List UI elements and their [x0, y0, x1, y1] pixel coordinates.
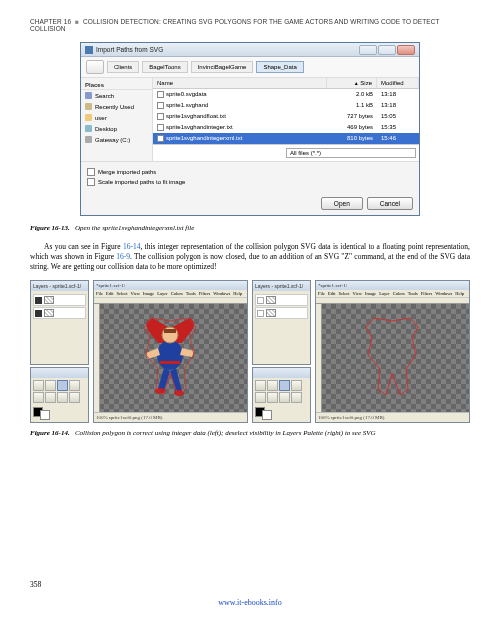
layer-thumb — [266, 309, 276, 317]
visibility-icon[interactable] — [35, 297, 42, 304]
status-bar: 100% sprite1xcf0.png (17.0 MB) — [94, 412, 247, 422]
layer-thumb — [44, 296, 54, 304]
file-row[interactable]: sprite1.svghand 1.1 kB 13:18 — [153, 100, 419, 111]
sprite-character — [140, 313, 200, 403]
chapter-sep: ■ — [75, 18, 79, 25]
gimp-layers-panel: Layers - sprite1.xcf-1/ — [30, 280, 89, 365]
file-row-selected[interactable]: sprite1svghandintegerxml.txt 810 bytes 1… — [153, 133, 419, 144]
tool-button[interactable] — [291, 380, 302, 391]
canvas-titlebar[interactable]: *sprite1.xcf-1/ — [94, 281, 247, 290]
tool-button[interactable] — [45, 392, 56, 403]
toolbox-titlebar[interactable] — [31, 368, 88, 378]
figure-text: Collision polygon is correct using integ… — [75, 429, 376, 437]
breadcrumb-shapedata[interactable]: Shape_Data — [256, 61, 303, 73]
canvas-titlebar[interactable]: *sprite1.xcf-1/ — [316, 281, 469, 290]
place-drive[interactable]: Gateway (C:) — [81, 134, 152, 145]
tool-button[interactable] — [267, 380, 278, 391]
file-icon — [157, 91, 164, 98]
file-icon — [157, 113, 164, 120]
color-swatch[interactable] — [253, 405, 310, 422]
file-filter-select[interactable]: All files (*.*) — [286, 148, 416, 158]
dialog-toolbar: Clients BagelToons InvinciBagelGame Shap… — [81, 57, 419, 78]
minimize-button[interactable] — [359, 45, 377, 55]
footer-link[interactable]: www.it-ebooks.info — [0, 598, 500, 607]
file-row[interactable]: sprite0.svgdata 2.0 kB 13:18 — [153, 89, 419, 100]
layer-row[interactable] — [33, 294, 86, 306]
gimp-toolbox-panel — [252, 367, 311, 423]
ruler-vertical — [94, 304, 100, 412]
tool-button[interactable] — [45, 380, 56, 391]
breadcrumb-invincibagelgame[interactable]: InvinciBagelGame — [191, 61, 254, 73]
tool-button[interactable] — [279, 380, 290, 391]
tool-button[interactable] — [57, 380, 68, 391]
tool-button[interactable] — [69, 392, 80, 403]
maximize-button[interactable] — [378, 45, 396, 55]
checkbox-icon[interactable] — [87, 178, 95, 186]
tool-button[interactable] — [33, 380, 44, 391]
close-button[interactable] — [397, 45, 415, 55]
recent-icon — [85, 103, 92, 110]
place-search[interactable]: Search — [81, 90, 152, 101]
layer-row[interactable] — [255, 307, 308, 319]
visibility-icon-off[interactable] — [257, 310, 264, 317]
place-recent[interactable]: Recently Used — [81, 101, 152, 112]
tool-button[interactable] — [255, 380, 266, 391]
toolbox-titlebar[interactable] — [253, 368, 310, 378]
edit-path-button[interactable] — [86, 60, 104, 74]
gimp-menubar[interactable]: FileEditSelectViewImageLayerColorsToolsF… — [94, 290, 247, 298]
gimp-layers-panel-right: Layers - sprite1.xcf-1/ — [252, 280, 311, 365]
gimp-screenshots: Layers - sprite1.xcf-1/ — [30, 280, 470, 423]
bg-color[interactable] — [262, 410, 272, 420]
color-swatch[interactable] — [31, 405, 88, 422]
chapter-title: COLLISION DETECTION: CREATING SVG POLYGO… — [30, 18, 440, 32]
tool-button[interactable] — [291, 392, 302, 403]
layers-titlebar[interactable]: Layers - sprite1.xcf-1/ — [31, 281, 88, 291]
tool-button[interactable] — [267, 392, 278, 403]
ruler-vertical — [316, 304, 322, 412]
layer-row[interactable] — [255, 294, 308, 306]
place-user[interactable]: user — [81, 112, 152, 123]
gimp-canvas-left: *sprite1.xcf-1/ FileEditSelectViewImageL… — [93, 280, 248, 423]
visibility-icon-off[interactable] — [257, 297, 264, 304]
checkbox-icon[interactable] — [87, 168, 95, 176]
scale-label: Scale imported paths to fit image — [98, 179, 185, 185]
layer-row[interactable] — [33, 307, 86, 319]
chapter-header: CHAPTER 16 ■ COLLISION DETECTION: CREATI… — [30, 18, 470, 32]
places-sidebar: Places Search Recently Used user Desktop… — [81, 78, 153, 161]
places-header: Places — [81, 81, 152, 90]
file-row[interactable]: sprite1svghandinteger.txt 469 bytes 15:3… — [153, 122, 419, 133]
file-row[interactable]: sprite1svghandfloat.txt 727 bytes 15:05 — [153, 111, 419, 122]
dialog-titlebar[interactable]: Import Paths from SVG — [81, 43, 419, 57]
tool-button[interactable] — [279, 392, 290, 403]
canvas-area[interactable] — [316, 304, 469, 412]
file-icon — [157, 124, 164, 131]
file-list-header: Name ▲ Size Modified — [153, 78, 419, 89]
tool-button[interactable] — [57, 392, 68, 403]
canvas-area[interactable] — [94, 304, 247, 412]
import-options: Merge imported paths Scale imported path… — [81, 161, 419, 192]
tool-button[interactable] — [255, 392, 266, 403]
merge-checkbox-row[interactable]: Merge imported paths — [87, 168, 413, 176]
body-paragraph: As you can see in Figure 16-14, this int… — [30, 242, 470, 272]
breadcrumb-bageltoons[interactable]: BagelToons — [142, 61, 187, 73]
col-size[interactable]: ▲ Size — [327, 78, 377, 88]
breadcrumb-clients[interactable]: Clients — [107, 61, 139, 73]
svg-point-0 — [157, 340, 183, 370]
tool-button[interactable] — [33, 392, 44, 403]
figure-caption-14: Figure 16-14. Collision polygon is corre… — [30, 429, 470, 437]
figure-ref-14: 16-14 — [123, 242, 141, 251]
drive-icon — [85, 136, 92, 143]
visibility-icon[interactable] — [35, 310, 42, 317]
gimp-menubar[interactable]: FileEditSelectViewImageLayerColorsToolsF… — [316, 290, 469, 298]
bg-color[interactable] — [40, 410, 50, 420]
tool-button[interactable] — [69, 380, 80, 391]
page-number: 358 — [30, 580, 41, 589]
scale-checkbox-row[interactable]: Scale imported paths to fit image — [87, 178, 413, 186]
open-button[interactable]: Open — [321, 197, 363, 210]
col-name[interactable]: Name — [153, 78, 327, 88]
layers-titlebar[interactable]: Layers - sprite1.xcf-1/ — [253, 281, 310, 291]
cancel-button[interactable]: Cancel — [367, 197, 413, 210]
col-modified[interactable]: Modified — [377, 78, 419, 88]
dialog-button-row: Open Cancel — [81, 192, 419, 215]
place-desktop[interactable]: Desktop — [81, 123, 152, 134]
